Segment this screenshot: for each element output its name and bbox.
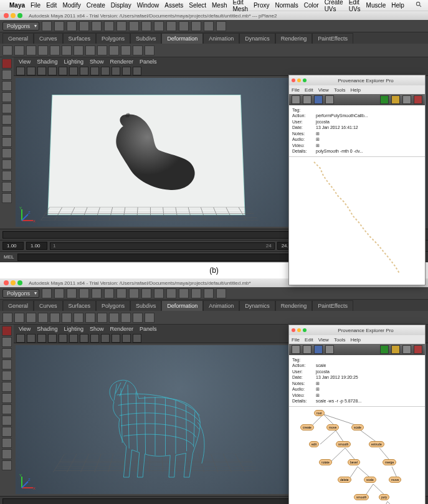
render-icon[interactable] [191, 288, 201, 298]
wrap-icon[interactable] [38, 45, 48, 55]
menu-modify[interactable]: Modify [62, 2, 80, 9]
menu-mesh[interactable]: Mesh [212, 2, 227, 9]
tab-painteffects[interactable]: PaintEffects [312, 300, 353, 311]
vp-image-plane-icon[interactable] [37, 67, 46, 75]
prov-video[interactable]: ⊞ [316, 143, 320, 148]
snap-curve-icon[interactable] [166, 288, 176, 298]
prov-node[interactable]: smooth [336, 441, 351, 447]
menu-editmesh[interactable]: Edit Mesh [232, 0, 247, 12]
wire-icon[interactable] [145, 313, 155, 323]
jiggle-icon[interactable] [133, 45, 143, 55]
tab-general[interactable]: General [2, 33, 34, 44]
minimize-icon[interactable] [11, 280, 16, 285]
vp-lights-icon[interactable] [101, 334, 110, 343]
prov-open-icon[interactable] [292, 95, 300, 104]
vp-wireframe-icon[interactable] [69, 67, 78, 75]
select-object-icon[interactable] [141, 21, 151, 31]
prov-menu-file[interactable]: File [292, 337, 300, 343]
prov-play-icon[interactable] [380, 95, 389, 104]
range-in[interactable]: 1.00 [26, 242, 47, 250]
prov-node[interactable]: scale [351, 424, 364, 430]
last-tool-icon[interactable] [2, 148, 12, 158]
prov-node[interactable]: delete [338, 477, 351, 483]
module-selector[interactable]: Polygons [2, 22, 39, 31]
tab-polygons[interactable]: Polygons [96, 33, 130, 44]
minimize-icon[interactable] [297, 328, 301, 332]
sculpt-icon[interactable] [121, 313, 131, 323]
prov-open-icon[interactable] [292, 345, 300, 354]
snap-grid-icon[interactable] [154, 288, 164, 298]
squash-icon[interactable] [85, 45, 95, 55]
vp-shaded-icon[interactable] [80, 334, 88, 343]
lasso-tool-icon[interactable] [2, 70, 12, 80]
prov-node[interactable]: edit [309, 441, 319, 447]
rotate-tool-icon[interactable] [2, 371, 12, 381]
flare-icon[interactable] [62, 313, 72, 323]
prov-star-icon[interactable] [391, 345, 400, 354]
manip-tool-icon[interactable] [2, 126, 12, 136]
menu-file[interactable]: File [31, 2, 40, 9]
wrap-icon[interactable] [38, 313, 48, 323]
open-scene-icon[interactable] [54, 21, 64, 31]
save-scene-icon[interactable] [67, 288, 77, 298]
minimize-icon[interactable] [11, 13, 16, 18]
vp-shadows-icon[interactable] [112, 334, 120, 343]
tab-curves[interactable]: Curves [34, 300, 63, 311]
vp-menu-panels[interactable]: Panels [140, 59, 157, 65]
close-icon[interactable] [292, 328, 295, 332]
prov-star-icon[interactable] [391, 95, 400, 104]
menu-normals[interactable]: Normals [275, 2, 298, 9]
snap-grid-icon[interactable] [154, 21, 164, 31]
layout-outliner-icon[interactable] [2, 182, 12, 192]
prov-node[interactable]: root [314, 410, 325, 416]
prov-node[interactable]: bevel [348, 459, 360, 465]
tab-animation[interactable]: Animation [203, 33, 239, 44]
select-face-icon[interactable] [129, 21, 139, 31]
prov-notes[interactable]: ⊞ [316, 131, 320, 136]
close-icon[interactable] [4, 280, 9, 285]
blend-icon[interactable] [26, 313, 36, 323]
prov-menu-edit[interactable]: Edit [305, 87, 313, 93]
tab-dynamics[interactable]: Dynamics [239, 33, 275, 44]
tab-subdivs[interactable]: Subdivs [130, 300, 161, 311]
range-start[interactable]: 1.00 [2, 242, 24, 250]
tab-dynamics[interactable]: Dynamics [239, 300, 275, 311]
menu-help[interactable]: Help [391, 2, 404, 9]
prov-node[interactable]: merge [383, 459, 396, 465]
prov-tag-icon[interactable] [325, 95, 334, 104]
vp-menu-lighting[interactable]: Lighting [64, 59, 83, 65]
vp-grid-icon[interactable] [48, 334, 57, 343]
vp-menu-view[interactable]: View [19, 59, 31, 65]
vp-menu-shading[interactable]: Shading [37, 59, 57, 65]
tab-curves[interactable]: Curves [34, 33, 63, 44]
rotate-tool-icon[interactable] [2, 103, 12, 113]
prov-menu-tools[interactable]: Tools [334, 337, 346, 343]
prov-record-icon[interactable] [414, 345, 422, 354]
tab-animation[interactable]: Animation [203, 300, 239, 311]
prov-save-icon[interactable] [303, 95, 311, 104]
prov-menu-view[interactable]: View [318, 87, 329, 93]
new-scene-icon[interactable] [42, 288, 52, 298]
menu-assets[interactable]: Assets [164, 2, 183, 9]
sculpt-icon[interactable] [121, 45, 131, 55]
zoom-icon[interactable] [303, 78, 307, 82]
prov-node[interactable]: extrude [369, 441, 384, 447]
vp-lights-icon[interactable] [101, 67, 110, 75]
select-edge-icon[interactable] [117, 288, 126, 298]
prov-node[interactable]: move [389, 477, 401, 483]
layout-single-icon[interactable] [2, 159, 12, 169]
snap-point-icon[interactable] [179, 21, 189, 31]
prov-audio[interactable]: ⊞ [316, 386, 320, 392]
vp-menu-show[interactable]: Show [90, 326, 104, 332]
layout-graph-icon[interactable] [2, 460, 12, 470]
ipr-icon[interactable] [204, 288, 214, 298]
close-icon[interactable] [292, 78, 295, 82]
zoom-icon[interactable] [17, 280, 22, 285]
prov-notes[interactable]: ⊞ [316, 381, 320, 386]
app-name[interactable]: Maya [9, 2, 25, 9]
provenance-window-b[interactable]: Provenance Explorer Pro FileEditViewTool… [288, 325, 426, 504]
select-object-icon[interactable] [141, 288, 151, 298]
vp-bookmark-icon[interactable] [27, 334, 36, 343]
prov-node[interactable]: create [300, 424, 314, 430]
undo-icon[interactable] [79, 21, 89, 31]
